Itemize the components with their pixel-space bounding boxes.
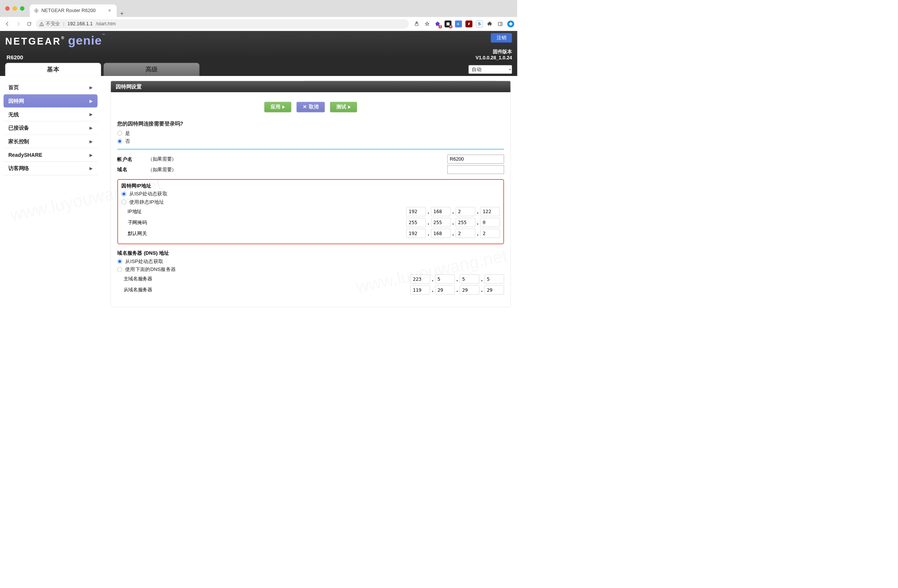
sidebar-item-guest-network[interactable]: 访客网络 ▶: [3, 162, 98, 175]
url-path: /start.htm: [96, 21, 116, 27]
not-secure-indicator[interactable]: 不安全: [39, 20, 60, 27]
tab-advanced[interactable]: 高级: [104, 63, 199, 76]
dns2-octet-2[interactable]: [435, 285, 455, 294]
sidebar-item-readyshare[interactable]: ReadySHARE ▶: [3, 148, 98, 162]
gw-octet-3[interactable]: [455, 229, 475, 238]
login-yes-option[interactable]: 是: [117, 130, 504, 136]
extensions-puzzle-icon[interactable]: [486, 20, 493, 27]
account-name-label: 帐户名: [117, 156, 148, 162]
dns-secondary-label: 从域名服务器: [124, 287, 167, 293]
gateway-row: 默认网关 . . .: [128, 229, 500, 238]
chevron-right-icon: ▶: [90, 166, 93, 171]
extension-dark-icon[interactable]: 4: [444, 20, 451, 27]
sidebar-item-parental-controls[interactable]: 家长控制 ▶: [3, 135, 98, 149]
netgear-genie-logo: NETGEAR® genie™: [5, 33, 105, 47]
dns-primary-row: 主域名服务器 . . .: [124, 274, 504, 283]
login-no-radio[interactable]: [117, 139, 122, 144]
play-icon: [282, 105, 285, 109]
sidebar-item-wireless[interactable]: 无线 ▶: [3, 108, 98, 121]
login-no-option[interactable]: 否: [117, 138, 504, 145]
internet-ip-highlight: 因特网IP地址 从ISP处动态获取 使用静态IP地址 IP地址 . .: [117, 179, 504, 244]
sidebar-item-internet[interactable]: 因特网 ▶: [3, 94, 98, 108]
logout-button[interactable]: 注销: [491, 33, 512, 43]
nav-forward-button[interactable]: [14, 20, 23, 28]
ip-octet-3[interactable]: [455, 207, 475, 216]
ip-octet-4[interactable]: [480, 207, 500, 216]
gw-octet-2[interactable]: [431, 229, 451, 238]
window-close-dot[interactable]: [5, 6, 10, 11]
tab-close-icon[interactable]: ×: [107, 8, 112, 14]
dns2-octet-1[interactable]: [410, 285, 430, 294]
dns-static-radio[interactable]: [117, 267, 122, 272]
radio-label: 从ISP处动态获取: [129, 190, 167, 197]
ip-static-option[interactable]: 使用静态IP地址: [121, 198, 500, 205]
gw-octet-1[interactable]: [406, 229, 426, 238]
dns1-octet-4[interactable]: [485, 274, 504, 283]
main-tabs: 基本 高级: [5, 63, 200, 76]
translate-icon[interactable]: G: [455, 20, 462, 27]
dns1-octet-2[interactable]: [435, 274, 455, 283]
ip-octet-1[interactable]: [406, 207, 426, 216]
dns1-octet-1[interactable]: [410, 274, 430, 283]
browser-extensions: 2 4 G S: [411, 20, 514, 27]
profile-avatar-icon[interactable]: [507, 20, 514, 27]
ip-static-radio[interactable]: [121, 200, 126, 204]
new-tab-button[interactable]: +: [117, 10, 127, 17]
browser-toolbar: 不安全 | 192.168.1.1/start.htm 2 4 G S: [0, 17, 517, 31]
login-yes-radio[interactable]: [117, 131, 122, 136]
dns2-octet-4[interactable]: [485, 285, 504, 294]
sidebar-item-attached-devices[interactable]: 已接设备 ▶: [3, 121, 98, 135]
svg-text:G: G: [457, 22, 459, 25]
internet-settings-panel: 因特网设置 应用 ✕取消 测试 您的因特网连接需要登录吗? 是 否: [111, 81, 511, 307]
warning-triangle-icon: [39, 22, 44, 26]
ublock-icon[interactable]: [465, 20, 472, 27]
extension-purple-icon[interactable]: 2: [434, 20, 441, 27]
window-minimize-dot[interactable]: [12, 6, 17, 11]
internet-ip-section-title: 因特网IP地址: [121, 183, 500, 189]
subnet-row: 子网掩码 . . .: [128, 218, 500, 227]
account-name-input[interactable]: [447, 155, 504, 164]
window-zoom-dot[interactable]: [20, 6, 25, 11]
ip-octet-2[interactable]: [431, 207, 451, 216]
dns-dynamic-radio[interactable]: [117, 259, 122, 264]
cancel-button[interactable]: ✕取消: [297, 102, 325, 113]
subnet-octet-2[interactable]: [431, 218, 451, 227]
tab-basic[interactable]: 基本: [5, 63, 101, 76]
if-needed-hint: （如果需要）: [148, 166, 177, 173]
subnet-octet-1[interactable]: [406, 218, 426, 227]
main-content: 首页 ▶ 因特网 ▶ 无线 ▶ 已接设备 ▶ 家长控制 ▶ ReadySHARE…: [0, 76, 517, 307]
dns-static-option[interactable]: 使用下面的DNS服务器: [117, 266, 504, 273]
dns1-octet-3[interactable]: [460, 274, 479, 283]
language-select[interactable]: 自动: [469, 65, 512, 74]
browser-tab-active[interactable]: NETGEAR Router R6200 ×: [29, 5, 116, 17]
gw-octet-4[interactable]: [480, 229, 500, 238]
subnet-octet-4[interactable]: [480, 218, 500, 227]
side-panel-icon[interactable]: [497, 20, 503, 27]
chevron-right-icon: ▶: [90, 139, 93, 144]
bookmark-star-icon[interactable]: [424, 20, 430, 27]
extension-s-icon[interactable]: S: [476, 20, 483, 27]
chevron-right-icon: ▶: [90, 112, 93, 117]
ip-address-row: IP地址 . . .: [128, 207, 500, 216]
subnet-label: 子网掩码: [128, 219, 171, 226]
dns-dynamic-option[interactable]: 从ISP处动态获取: [117, 258, 504, 265]
chevron-right-icon: ▶: [90, 152, 93, 157]
sidebar-item-home[interactable]: 首页 ▶: [3, 81, 98, 94]
nav-back-button[interactable]: [3, 20, 12, 28]
sidebar-item-label: 已接设备: [8, 124, 29, 131]
dns2-octet-3[interactable]: [460, 285, 479, 294]
subnet-octet-3[interactable]: [455, 218, 475, 227]
share-icon[interactable]: [413, 20, 420, 27]
address-bar[interactable]: 不安全 | 192.168.1.1/start.htm: [36, 19, 409, 28]
ip-dynamic-option[interactable]: 从ISP处动态获取: [121, 190, 500, 197]
radio-label: 是: [125, 130, 130, 136]
chevron-right-icon: ▶: [90, 99, 93, 104]
sidebar-item-label: 因特网: [8, 97, 24, 104]
apply-button[interactable]: 应用: [264, 102, 291, 113]
ext-badge: 2: [439, 25, 442, 28]
router-header: NETGEAR® genie™ 注销 R6200 固件版本 V1.0.0.28_…: [0, 31, 517, 76]
nav-reload-button[interactable]: [25, 20, 34, 28]
domain-name-input[interactable]: [447, 165, 504, 174]
test-button[interactable]: 测试: [330, 102, 357, 113]
ip-dynamic-radio[interactable]: [121, 192, 126, 197]
